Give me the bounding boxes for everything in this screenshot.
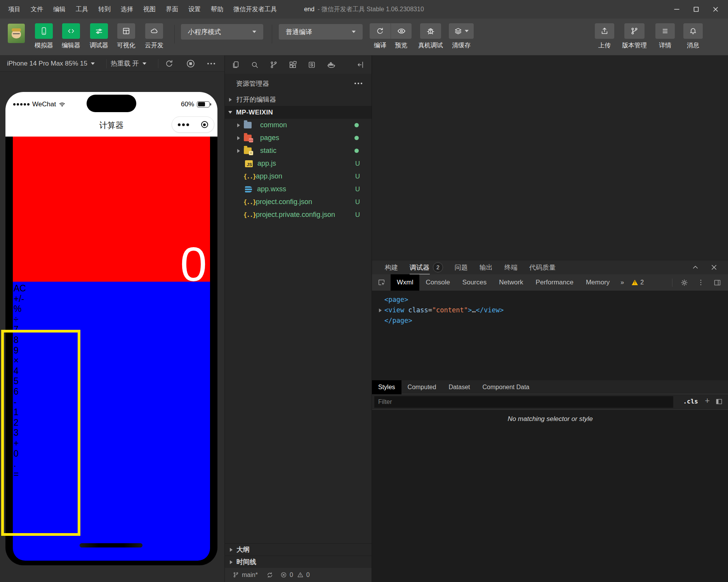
timeline-section[interactable]: 时间线 (225, 556, 372, 568)
details-button[interactable] (655, 23, 675, 39)
maximize-icon[interactable] (688, 2, 705, 17)
new-style-rule-button[interactable]: + (705, 396, 710, 406)
expand-node-icon[interactable] (379, 308, 382, 312)
compile-button[interactable] (370, 23, 391, 39)
calc-key[interactable]: +/- (14, 294, 210, 304)
user-avatar[interactable] (8, 24, 25, 43)
miniprogram-capsule[interactable] (172, 116, 214, 133)
simulator-toggle[interactable]: 模拟器 (31, 23, 57, 50)
compile-mode-dropdown[interactable]: 普通编译 (279, 24, 363, 40)
menu-interface[interactable]: 界面 (161, 5, 183, 14)
tab-styles[interactable]: Styles (372, 380, 401, 394)
upload-label: 上传 (593, 42, 616, 50)
minimize-icon[interactable] (668, 2, 685, 17)
hot-reload-toggle[interactable]: 热重载 开 (111, 59, 154, 68)
menu-wechat-devtools[interactable]: 微信开发者工具 (228, 5, 282, 14)
collapse-sidebar-icon[interactable] (356, 61, 365, 69)
tree-folder-common[interactable]: common (225, 119, 372, 132)
tree-file-appwxss[interactable]: app.wxss U (225, 183, 372, 196)
devtools-tab-sources[interactable]: Sources (456, 274, 493, 291)
source-control-icon[interactable] (269, 61, 278, 69)
close-panel-icon[interactable] (711, 264, 718, 271)
toggle-class-button[interactable]: .cls (683, 398, 698, 405)
chevron-down-icon (352, 31, 356, 33)
inspect-element-icon[interactable] (377, 278, 386, 287)
version-control-button[interactable] (624, 23, 645, 39)
window-title: end - 微信开发者工具 Stable 1.06.2308310 (304, 0, 424, 19)
files-icon[interactable] (231, 61, 240, 69)
capsule-close-icon[interactable] (201, 121, 208, 128)
git-status-dot (354, 149, 359, 153)
menu-file[interactable]: 文件 (26, 5, 48, 14)
tab-terminal[interactable]: 终端 (504, 260, 518, 275)
tab-problems[interactable]: 问题 (455, 260, 468, 275)
side-panel-icon[interactable] (715, 398, 723, 405)
tab-code-quality[interactable]: 代码质量 (529, 260, 556, 275)
git-branch-status[interactable]: main* (233, 572, 258, 579)
kebab-menu-icon[interactable] (697, 279, 705, 286)
project-root-row[interactable]: MP-WEIXIN (225, 106, 372, 119)
menu-goto[interactable]: 转到 (93, 5, 116, 14)
tab-component-data[interactable]: Component Data (476, 380, 536, 394)
outline-section[interactable]: 大纲 (225, 543, 372, 556)
dock-panel-icon[interactable] (713, 279, 721, 287)
search-icon[interactable] (250, 61, 259, 69)
tree-file-appjson[interactable]: {..} app.json U (225, 170, 372, 183)
tree-folder-static[interactable]: ≡ static (225, 144, 372, 157)
tab-debugger[interactable]: 调试器 2 (410, 260, 443, 275)
tab-build[interactable]: 构建 (385, 260, 398, 275)
editor-toggle[interactable]: 编辑器 (58, 23, 84, 50)
menu-settings[interactable]: 设置 (183, 5, 206, 14)
more-tabs-icon[interactable]: » (616, 279, 629, 286)
devtools-tab-performance[interactable]: Performance (530, 274, 580, 291)
menu-project[interactable]: 项目 (3, 5, 26, 14)
devtools-tab-wxml[interactable]: Wxml (391, 274, 419, 291)
open-editors-row[interactable]: 打开的编辑器 (225, 93, 372, 106)
tab-dataset[interactable]: Dataset (442, 380, 476, 394)
main-toolbar: 模拟器 编辑器 调试器 可视化 云开发 小 (0, 19, 728, 55)
devtools-tab-network[interactable]: Network (493, 274, 529, 291)
close-icon[interactable] (707, 2, 724, 17)
package-icon[interactable] (308, 61, 316, 69)
tree-file-appjs[interactable]: JS app.js U (225, 157, 372, 170)
sync-icon (266, 572, 273, 579)
upload-button[interactable] (595, 23, 614, 39)
debugger-toggle[interactable]: 调试器 (86, 23, 112, 50)
menu-tools[interactable]: 工具 (71, 5, 93, 14)
more-options-icon[interactable] (207, 63, 215, 64)
calc-key[interactable]: ÷ (14, 314, 210, 325)
explorer-more-icon[interactable] (354, 83, 362, 84)
styles-filter-input[interactable] (374, 396, 673, 408)
menu-select[interactable]: 选择 (116, 5, 138, 14)
collapse-panel-icon[interactable] (692, 264, 699, 271)
tree-file-projectconfig[interactable]: {..} project.config.json U (225, 196, 372, 208)
visualization-toggle[interactable]: 可视化 (113, 23, 139, 50)
tab-computed[interactable]: Computed (401, 380, 443, 394)
problems-errors[interactable]: 0 (280, 572, 293, 579)
tree-file-projectprivateconfig[interactable]: {..} project.private.config.json U (225, 208, 372, 221)
restart-icon[interactable] (165, 59, 174, 68)
warnings-indicator[interactable]: 2 (632, 279, 644, 286)
device-selector[interactable]: iPhone 14 Pro Max 85% 15 (7, 60, 103, 68)
clear-cache-button[interactable] (449, 23, 474, 39)
gear-icon[interactable] (680, 279, 688, 287)
extensions-icon[interactable] (288, 61, 297, 69)
devtools-tab-memory[interactable]: Memory (580, 274, 616, 291)
tree-folder-pages[interactable]: <> pages (225, 132, 372, 144)
remote-debug-button[interactable] (420, 23, 441, 39)
stop-icon[interactable] (186, 59, 196, 69)
menu-help[interactable]: 帮助 (206, 5, 228, 14)
cloud-dev-toggle[interactable]: 云开发 (141, 23, 167, 50)
devtools-tab-console[interactable]: Console (419, 274, 456, 291)
mode-dropdown[interactable]: 小程序模式 (181, 24, 263, 40)
docker-icon[interactable] (327, 60, 336, 69)
preview-button[interactable] (391, 23, 412, 39)
capsule-more-icon[interactable] (178, 123, 189, 126)
messages-button[interactable] (683, 23, 703, 39)
calc-key[interactable]: % (14, 304, 210, 314)
tab-output[interactable]: 输出 (480, 260, 493, 275)
menu-edit[interactable]: 编辑 (48, 5, 71, 14)
sync-button[interactable] (266, 572, 273, 579)
menu-view[interactable]: 视图 (138, 5, 161, 14)
problems-warnings[interactable]: 0 (297, 572, 310, 579)
